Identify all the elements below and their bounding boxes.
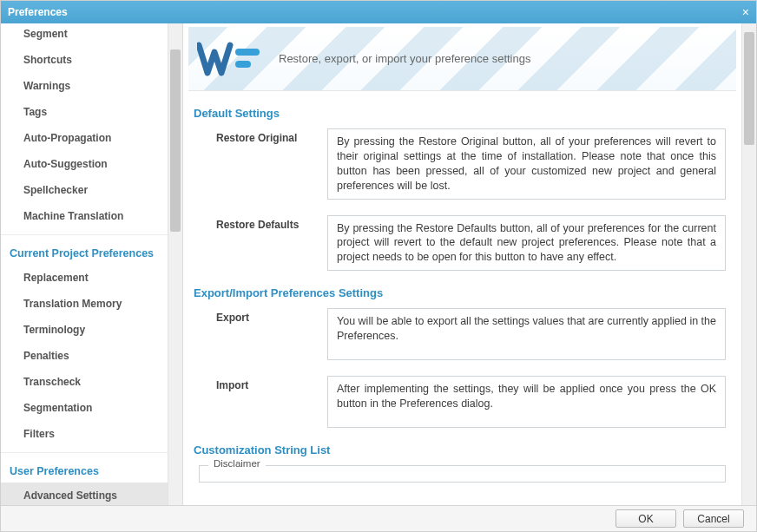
svg-rect-0 [235,49,260,56]
sidebar-item-replacement[interactable]: Replacement [1,265,168,291]
close-icon[interactable]: × [742,5,749,19]
row-restore-original: Restore Original By pressing the Restore… [199,128,726,200]
fieldset-disclaimer: Disclaimer [199,465,726,483]
main-panel: Restore, export, or import your preferen… [183,23,741,505]
footer: OK Cancel [1,505,756,531]
sidebar-item-penalties[interactable]: Penalties [1,343,168,369]
label-export: Export [199,308,312,360]
sidebar-scrollbar[interactable] [168,23,182,505]
ok-button[interactable]: OK [615,509,676,528]
sidebar-scrollbar-thumb[interactable] [170,49,181,232]
section-title-default: Default Settings [194,107,741,120]
banner: Restore, export, or import your preferen… [188,27,736,91]
section-title-exportimport: Export/Import Preferences Settings [194,286,741,299]
app-logo-icon [197,40,267,78]
sidebar-item-transcheck[interactable]: Transcheck [1,369,168,395]
row-export: Export You will be able to export all th… [199,308,726,360]
desc-export: You will be able to export all the setti… [327,308,726,360]
sidebar-section-user-preferences: User Preferences [1,452,168,483]
dialog-body: Segment Shortcuts Warnings Tags Auto-Pro… [1,23,756,505]
sidebar-section-current-project: Current Project Preferences [1,234,168,265]
sidebar-item-segment[interactable]: Segment [1,27,168,47]
sidebar-item-auto-propagation[interactable]: Auto-Propagation [1,125,168,151]
legend-disclaimer: Disclaimer [208,458,266,469]
row-import: Import After implementing the settings, … [199,376,726,428]
sidebar-item-warnings[interactable]: Warnings [1,73,168,99]
sidebar-item-filters[interactable]: Filters [1,421,168,447]
desc-import: After implementing the settings, they wi… [327,376,726,428]
sidebar-item-spellchecker[interactable]: Spellchecker [1,177,168,203]
sidebar-item-advanced-settings[interactable]: Advanced Settings [1,483,168,505]
desc-restore-original: By pressing the Restore Original button,… [327,128,726,200]
sidebar-item-tags[interactable]: Tags [1,99,168,125]
section-title-custom: Customization String List [194,443,741,456]
main-scrollbar-thumb[interactable] [744,32,754,145]
sidebar-container: Segment Shortcuts Warnings Tags Auto-Pro… [1,23,183,505]
main-container: Restore, export, or import your preferen… [183,23,756,505]
sidebar-item-translation-memory[interactable]: Translation Memory [1,291,168,317]
label-restore-original: Restore Original [199,128,312,200]
sidebar-item-shortcuts[interactable]: Shortcuts [1,47,168,73]
desc-restore-defaults: By pressing the Restore Defaults button,… [327,215,726,272]
cancel-button[interactable]: Cancel [683,509,744,528]
sidebar-item-auto-suggestion[interactable]: Auto-Suggestion [1,151,168,177]
window-title: Preferences [8,6,68,18]
sidebar-item-segmentation[interactable]: Segmentation [1,395,168,421]
title-bar: Preferences × [1,1,756,23]
row-restore-defaults: Restore Defaults By pressing the Restore… [199,215,726,272]
label-restore-defaults: Restore Defaults [199,215,312,272]
sidebar-item-terminology[interactable]: Terminology [1,317,168,343]
sidebar-item-machine-translation[interactable]: Machine Translation [1,203,168,229]
label-import: Import [199,376,312,428]
banner-text: Restore, export, or import your preferen… [279,52,530,65]
sidebar: Segment Shortcuts Warnings Tags Auto-Pro… [1,23,168,505]
main-scrollbar[interactable] [741,23,756,505]
svg-rect-1 [235,61,251,68]
